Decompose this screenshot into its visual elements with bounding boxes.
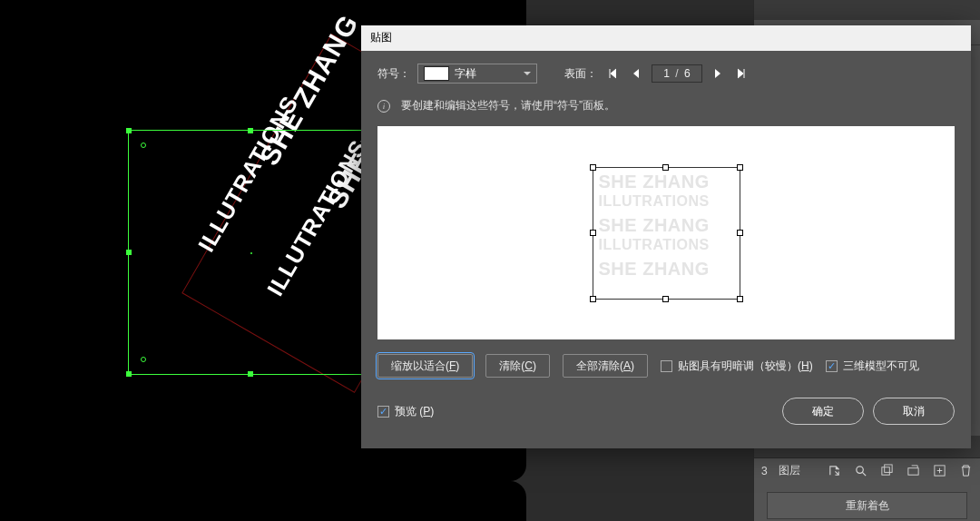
anchor-dot[interactable]: [141, 143, 146, 148]
info-icon: i: [377, 100, 390, 113]
layers-label: 图层: [779, 463, 800, 478]
map-art-dialog: 贴图 符号： 字样 表面： 1 / 6 i 要创建和编辑这些符号，请使用“符号”…: [361, 25, 971, 448]
map-handle[interactable]: [737, 296, 743, 302]
svg-point-0: [857, 467, 864, 474]
next-surface-button[interactable]: [710, 65, 726, 82]
symbol-value: 字样: [455, 66, 476, 82]
svg-rect-1: [882, 467, 889, 475]
new-sublayer-icon[interactable]: [906, 464, 920, 477]
checkbox-box: [661, 360, 672, 372]
map-handle[interactable]: [590, 296, 596, 302]
selection-handle[interactable]: [126, 371, 132, 377]
preview-checkbox[interactable]: 预览 (P): [377, 404, 434, 419]
panel-tab-strip: [754, 0, 980, 20]
clear-button[interactable]: 清除 (C): [485, 354, 550, 378]
selection-center: [250, 252, 252, 254]
last-surface-button[interactable]: [733, 65, 750, 82]
symbol-dropdown[interactable]: 字样: [417, 64, 537, 84]
svg-rect-3: [908, 468, 918, 476]
collect-icon[interactable]: [880, 464, 894, 477]
trash-icon[interactable]: [959, 464, 973, 477]
map-handle[interactable]: [662, 296, 669, 302]
dialog-title: 贴图: [370, 31, 392, 44]
info-text: 要创建和编辑这些符号，请使用“符号”面板。: [401, 98, 615, 113]
search-icon[interactable]: [854, 464, 867, 477]
preview-pane[interactable]: SHE ZHANG ILLUTRATIONS SHE ZHANG ILLUTRA…: [377, 126, 955, 339]
recolor-button[interactable]: 重新着色: [767, 492, 967, 519]
first-surface-button[interactable]: [604, 65, 621, 82]
clear-all-button[interactable]: 全部清除 (A): [563, 354, 648, 378]
layer-count: 3: [761, 465, 768, 477]
selection-handle[interactable]: [248, 371, 253, 377]
symbol-swatch: [424, 66, 449, 81]
selection-handle[interactable]: [248, 128, 253, 133]
scale-to-fit-button[interactable]: 缩放以适合 (F): [377, 354, 473, 378]
shade-checkbox[interactable]: 贴图具有明暗调（较慢）(H): [661, 359, 813, 374]
checkbox-box: [826, 360, 838, 372]
layers-footer: 3 图层: [754, 457, 980, 483]
selection-box[interactable]: [128, 130, 373, 375]
mapped-symbol[interactable]: SHE ZHANG ILLUTRATIONS SHE ZHANG ILLUTRA…: [593, 167, 740, 300]
canvas-lower: [0, 481, 526, 521]
ok-button[interactable]: 确定: [782, 398, 864, 425]
recolor-label: 重新着色: [846, 498, 889, 514]
map-handle[interactable]: [590, 164, 596, 171]
export-icon[interactable]: [828, 464, 841, 477]
map-handle[interactable]: [590, 230, 596, 236]
anchor-dot[interactable]: [141, 357, 146, 362]
selection-handle[interactable]: [126, 128, 132, 133]
map-handle[interactable]: [737, 230, 743, 236]
map-handle[interactable]: [662, 164, 669, 171]
surface-label: 表面：: [564, 66, 597, 82]
symbol-label: 符号：: [377, 66, 410, 82]
surface-index[interactable]: 1 / 6: [652, 64, 702, 83]
prev-surface-button[interactable]: [628, 65, 644, 82]
map-handle[interactable]: [737, 164, 743, 171]
new-layer-icon[interactable]: [933, 464, 946, 477]
cancel-button[interactable]: 取消: [873, 398, 955, 425]
invisible-geometry-checkbox[interactable]: 三维模型不可见: [826, 359, 919, 374]
selection-handle[interactable]: [126, 250, 132, 255]
dialog-titlebar[interactable]: 贴图: [361, 25, 971, 51]
svg-rect-2: [885, 465, 892, 472]
checkbox-box: [377, 406, 389, 418]
